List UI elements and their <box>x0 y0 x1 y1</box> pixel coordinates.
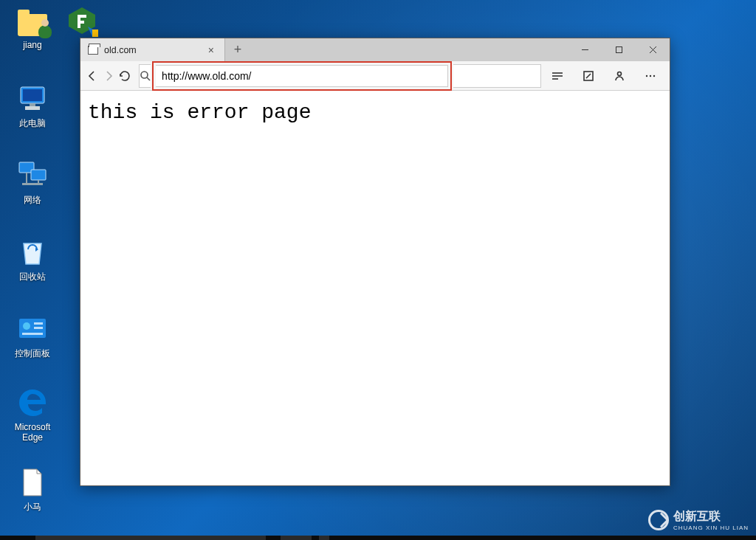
tab-close-button[interactable]: × <box>205 44 217 56</box>
desktop-icon-user-folder[interactable]: jiang <box>4 4 61 50</box>
web-note-button[interactable] <box>574 63 603 89</box>
desktop-icon-edge[interactable]: Microsoft Edge <box>4 387 61 443</box>
taskbar[interactable] <box>0 536 756 540</box>
svg-point-34 <box>650 75 651 76</box>
svg-marker-5 <box>92 30 98 37</box>
svg-rect-8 <box>25 106 40 110</box>
desktop-icon-recycle-bin[interactable]: 回收站 <box>4 236 61 282</box>
fiddler-icon <box>66 4 98 37</box>
svg-point-33 <box>646 75 647 76</box>
desktop-icon-this-pc[interactable]: 此电脑 <box>4 83 61 128</box>
browser-tab[interactable]: old.com × <box>80 38 225 61</box>
watermark: 创新互联 CHUANG XIN HU LIAN <box>648 509 749 531</box>
svg-rect-20 <box>22 333 43 335</box>
desktop-icon-network[interactable]: 网络 <box>4 159 61 205</box>
page-favicon-icon <box>88 46 98 55</box>
address-bar-input[interactable] <box>156 65 448 87</box>
edge-browser-icon <box>16 387 49 419</box>
nav-forward-button[interactable] <box>101 63 116 89</box>
svg-point-35 <box>653 75 655 76</box>
svg-rect-3 <box>78 21 84 24</box>
svg-line-31 <box>586 74 591 78</box>
desktop-icon-label: Microsoft Edge <box>4 422 61 443</box>
desktop-icon-control-panel[interactable]: 控制面板 <box>4 313 61 359</box>
desktop-icon-label: 小马 <box>4 502 61 512</box>
search-icon[interactable] <box>139 64 151 88</box>
reading-view-button[interactable] <box>543 63 572 89</box>
desktop-icon-label: 此电脑 <box>4 118 61 128</box>
svg-point-25 <box>141 72 148 78</box>
window-titlebar[interactable]: old.com × + <box>80 38 670 61</box>
svg-rect-18 <box>34 322 43 325</box>
svg-line-26 <box>147 77 150 80</box>
desktop-icon-label: 控制面板 <box>4 348 61 359</box>
text-file-icon <box>16 466 49 499</box>
browser-toolbar <box>80 61 670 91</box>
desktop-icon-label: 网络 <box>4 195 61 205</box>
window-minimize-button[interactable] <box>568 38 602 61</box>
svg-rect-22 <box>616 47 622 53</box>
svg-rect-9 <box>30 103 35 106</box>
recycle-bin-icon <box>16 236 49 269</box>
edge-browser-window: old.com × + <box>80 38 670 486</box>
share-button[interactable] <box>605 63 634 89</box>
desktop-icon-label: 回收站 <box>4 271 61 282</box>
page-body-text: this is error page <box>88 101 311 124</box>
svg-point-32 <box>618 72 622 75</box>
svg-point-17 <box>23 322 30 330</box>
computer-icon <box>16 83 49 115</box>
tab-title: old.com <box>104 45 137 55</box>
svg-rect-19 <box>34 327 43 329</box>
window-controls <box>568 38 670 61</box>
more-menu-button[interactable] <box>636 63 665 89</box>
svg-rect-11 <box>31 170 46 180</box>
folder-user-icon <box>16 4 49 37</box>
watermark-logo-icon <box>648 510 669 530</box>
new-tab-button[interactable]: + <box>225 38 250 61</box>
desktop-icon-label: jiang <box>4 40 61 50</box>
nav-refresh-button[interactable] <box>117 63 132 89</box>
svg-rect-2 <box>78 15 86 18</box>
svg-rect-12 <box>22 183 43 185</box>
desktop-icon-file[interactable]: 小马 <box>4 466 61 512</box>
window-close-button[interactable] <box>636 38 670 61</box>
watermark-text: 创新互联 <box>673 510 721 522</box>
network-icon <box>16 159 49 192</box>
page-content: this is error page <box>80 91 670 485</box>
svg-rect-7 <box>23 89 42 101</box>
watermark-subtext: CHUANG XIN HU LIAN <box>673 525 749 531</box>
nav-back-button[interactable] <box>85 63 100 89</box>
address-bar-extension[interactable] <box>453 64 541 88</box>
window-maximize-button[interactable] <box>602 38 636 61</box>
annotation-highlight <box>152 61 452 91</box>
desktop: jiang fi 此电脑 网络 回收站 控制面板 Microso <box>0 0 756 540</box>
control-panel-icon <box>16 313 49 345</box>
